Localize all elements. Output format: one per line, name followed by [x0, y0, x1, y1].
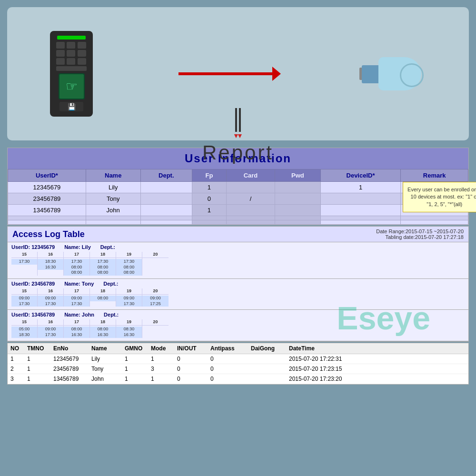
col-header-deviceid: DeviceID*: [320, 169, 401, 182]
time-slot: 09:00: [142, 296, 169, 301]
col-header-pwd: Pwd: [275, 169, 321, 182]
cell-deviceid: [320, 193, 401, 205]
fingerprint-device: ☞ 💾: [50, 31, 93, 117]
cell-datetime: 2015-07-20 17:23:20: [289, 376, 466, 382]
time-slot: 08:00: [64, 270, 89, 276]
tabling-date: Tabling date:2015-07-20 17:27:18: [376, 234, 464, 240]
device-key: [67, 58, 75, 65]
header-mode: Mode: [151, 345, 177, 352]
header-antipass: Antipass: [210, 345, 251, 352]
time-header: 16: [38, 252, 63, 258]
cell-userid: 13456789: [8, 205, 86, 216]
cell-tmno: 1: [27, 366, 53, 372]
user-id-label: UserID: 23456789: [11, 281, 55, 287]
access-log-section: Access Log Table Date Range:2015-07-15 ~…: [7, 226, 469, 342]
time-header: 17: [64, 252, 89, 258]
user-id-label: UserID: 12345679: [11, 244, 55, 250]
user-id-label: UserID: 13456789: [11, 312, 55, 317]
report-section: Report: [202, 108, 274, 164]
time-slot: 17:25: [142, 301, 169, 307]
cell-fp: [192, 220, 226, 225]
time-header: 18: [90, 319, 116, 326]
device-key-wide: [56, 66, 87, 71]
cell-name: Lily: [91, 356, 125, 362]
access-log-date: Date Range:2015-07-15 ~2015-07-20 Tablin…: [376, 228, 464, 240]
down-arrows: [235, 108, 241, 132]
access-user-section: UserID: 13456789Name: JohnDept.:1505:001…: [8, 310, 468, 341]
log-row: 3 1 13456789 John 1 1 0 0 2015-07-20 17:…: [8, 374, 468, 384]
time-column: 1917:3008:0008:00: [116, 252, 142, 276]
cell-enno: 13456789: [53, 376, 91, 382]
time-slot: 17:30: [11, 259, 37, 265]
time-slot: 08:00: [116, 265, 142, 270]
device-key: [78, 50, 86, 57]
card-slot: 💾: [60, 102, 83, 111]
cell-dept: [140, 182, 192, 193]
header-name: Name: [91, 345, 125, 352]
time-slot: 09:00: [38, 296, 63, 301]
bottom-log-header: NO TMNO EnNo Name GMNO Mode IN/OUT Antip…: [8, 343, 468, 354]
time-column: 20: [142, 252, 169, 276]
time-column: 1708:0016:30: [64, 319, 90, 337]
cell-gmno: 1: [125, 376, 151, 382]
time-column: 1909:0017:30: [116, 288, 142, 307]
log-row: 1 1 12345679 Lily 1 1 0 0 2015-07-20 17:…: [8, 354, 468, 364]
time-slot: 08:00: [90, 270, 116, 276]
header-inout: IN/OUT: [177, 345, 210, 352]
time-slot: 08:00: [90, 265, 116, 270]
time-slot: 16:30: [64, 332, 89, 338]
time-slot: 08:00: [64, 265, 89, 270]
cell-daigong: [251, 376, 289, 382]
cell-card: [226, 182, 275, 193]
col-header-remark: Remark: [401, 169, 468, 182]
device-key: [67, 50, 75, 57]
cell-antipass: 0: [210, 356, 251, 362]
time-slot: 18:30: [11, 332, 37, 338]
down-arrow-1: [235, 108, 237, 132]
time-header: 18: [90, 252, 116, 258]
cell-datetime: 2015-07-20 17:22:31: [289, 356, 466, 362]
time-header: 15: [11, 252, 37, 258]
cell-dept: [140, 205, 192, 216]
time-header: 18: [90, 288, 116, 295]
cell-gmno: 1: [125, 366, 151, 372]
cell-deviceid: [320, 220, 401, 225]
device-green-bar: [57, 36, 86, 40]
cell-remark: [401, 220, 468, 225]
user-dept-label: Dept.:: [103, 281, 118, 287]
cell-pwd: [275, 182, 321, 193]
cell-fp: 0: [192, 193, 226, 205]
col-header-userid: UserID*: [8, 169, 86, 182]
cell-deviceid: [320, 216, 401, 220]
time-slot: 08:00: [90, 327, 116, 332]
time-slot: 16:30: [116, 332, 142, 338]
cell-name: Tony: [86, 193, 140, 205]
access-time-grid: 1517:301618:3016:301717:3008:0008:001817…: [10, 251, 466, 278]
user-name-label: Name: Tony: [64, 281, 94, 287]
time-header: 15: [11, 288, 37, 295]
cell-antipass: 0: [210, 366, 251, 372]
time-slot: 08:30: [116, 327, 142, 332]
cell-deviceid: [320, 205, 401, 216]
time-column: 1808:00: [90, 288, 116, 307]
time-slot: 09:00: [38, 327, 63, 332]
access-time-grid: 1509:0017:301609:0017:301709:0017:301808…: [10, 288, 466, 308]
cell-name: John: [86, 205, 140, 216]
usb-drive-container: [359, 50, 426, 98]
arrow-line: [178, 72, 274, 75]
time-header: 17: [64, 319, 89, 326]
cell-daigong: [251, 366, 289, 372]
time-header: 16: [38, 288, 63, 295]
col-header-dept: Dept.: [140, 169, 192, 182]
header-datetime: DateTime: [289, 345, 466, 352]
time-slot: 17:30: [64, 301, 89, 307]
time-column: 1505:0018:30: [11, 319, 38, 337]
log-row: 2 1 23456789 Tony 1 3 0 0 2015-07-20 17:…: [8, 364, 468, 374]
user-dept-label: Dept.:: [104, 312, 119, 317]
time-slot: 17:30: [38, 301, 63, 307]
cell-deviceid: 1Every user can be enrolled onto 10 devi…: [320, 182, 401, 193]
time-slot: 05:00: [11, 327, 37, 332]
access-time-grid: 1505:0018:301609:0017:301708:0016:301808…: [10, 318, 466, 339]
arrow-right: [178, 72, 274, 75]
bottom-log-rows: 1 1 12345679 Lily 1 1 0 0 2015-07-20 17:…: [8, 354, 468, 384]
